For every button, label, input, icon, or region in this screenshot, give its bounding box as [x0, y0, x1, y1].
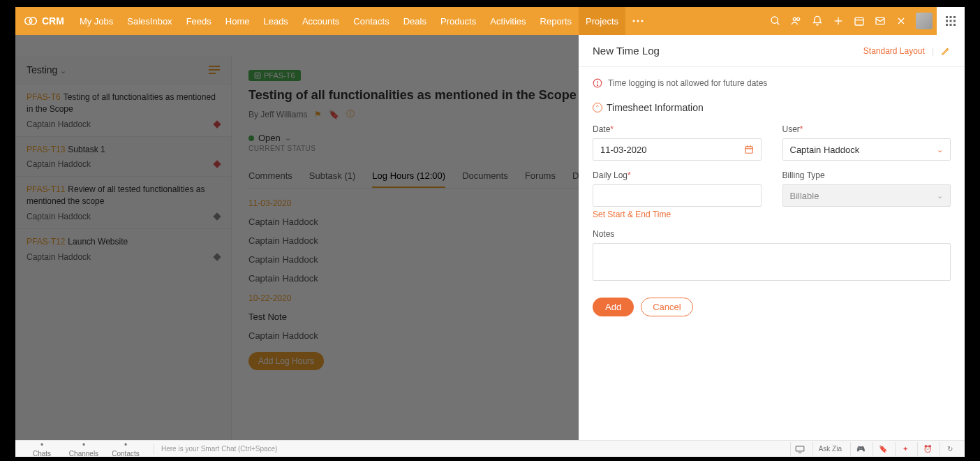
tab-forums[interactable]: Forums — [525, 165, 556, 188]
daily-log-input[interactable] — [593, 184, 762, 207]
tab-log[interactable]: Log Hours (12:00) — [372, 165, 445, 188]
nav-deals[interactable]: Deals — [396, 7, 433, 35]
billing-type-select[interactable]: Billable ⌄ — [782, 184, 951, 207]
sidebar-header[interactable]: Testing ⌄ — [15, 56, 231, 84]
set-time-link[interactable]: Set Start & End Time — [593, 210, 762, 219]
nav-more[interactable] — [625, 20, 651, 22]
brand: CRM — [15, 14, 73, 28]
nav-leads[interactable]: Leads — [256, 7, 295, 35]
brand-text: CRM — [42, 15, 64, 27]
svg-rect-15 — [950, 16, 952, 18]
svg-point-3 — [637, 20, 639, 22]
task-chip: PFAS-T6 — [248, 70, 301, 81]
people-icon[interactable] — [786, 7, 807, 35]
svg-rect-34 — [796, 446, 804, 451]
task-item[interactable]: PFAS-T6Testing of all functionalities as… — [15, 84, 231, 136]
footer-channels[interactable]: •Channels — [63, 440, 105, 458]
add-log-hours-button[interactable]: Add Log Hours — [248, 352, 324, 370]
section-head[interactable]: ⌃ Timesheet Information — [593, 102, 951, 113]
ask-zia[interactable]: Ask Zia — [812, 442, 847, 456]
task-item[interactable]: PFAS-T11Review of all tested functionali… — [15, 176, 231, 228]
info-icon[interactable]: ⓘ — [346, 108, 355, 120]
add-button[interactable]: Add — [593, 298, 634, 316]
smart-chat-hint: Here is your Smart Chat (Ctrl+Space) — [161, 445, 277, 453]
nav-products[interactable]: Products — [433, 7, 483, 35]
svg-point-29 — [597, 85, 597, 85]
footer: •Chats•Channels•Contacts Here is your Sm… — [15, 440, 965, 457]
nav-salesinbox[interactable]: SalesInbox — [120, 7, 179, 35]
apps-grid-icon[interactable] — [937, 7, 965, 35]
alert-text: Time logging is not allowed for future d… — [608, 78, 767, 88]
nav: My JobsSalesInboxFeedsHomeLeadsAccountsC… — [73, 7, 625, 35]
status-dot-icon — [248, 136, 254, 141]
tab-comments[interactable]: Comments — [248, 165, 292, 188]
nav-my-jobs[interactable]: My Jobs — [73, 7, 120, 35]
svg-rect-21 — [950, 24, 952, 26]
chevron-down-icon: ⌄ — [285, 133, 291, 142]
nav-projects[interactable]: Projects — [579, 7, 625, 35]
notes-textarea[interactable] — [593, 243, 951, 281]
nav-contacts[interactable]: Contacts — [346, 7, 396, 35]
edit-icon[interactable] — [941, 46, 951, 56]
nav-feeds[interactable]: Feeds — [179, 7, 218, 35]
date-input[interactable]: 11-03-2020 — [593, 138, 762, 161]
footer-contacts[interactable]: •Contacts — [105, 440, 147, 458]
tab-documents[interactable]: Documents — [462, 165, 508, 188]
nav-accounts[interactable]: Accounts — [295, 7, 346, 35]
bell-icon[interactable] — [807, 7, 828, 35]
body: Testing ⌄ PFAS-T6Testing of all function… — [15, 35, 965, 440]
svg-point-5 — [771, 17, 778, 23]
chevron-down-icon: ⌄ — [60, 66, 66, 75]
plus-icon[interactable] — [828, 7, 849, 35]
calendar-icon[interactable] — [849, 7, 870, 35]
sidebar: Testing ⌄ PFAS-T6Testing of all function… — [15, 56, 232, 440]
alert: Time logging is not allowed for future d… — [593, 78, 951, 88]
standard-layout-link[interactable]: Standard Layout — [863, 46, 925, 56]
clock-icon[interactable]: ⏰ — [917, 442, 937, 456]
chevron-down-icon: ⌄ — [937, 191, 943, 200]
svg-point-2 — [633, 20, 635, 22]
puzzle-icon[interactable]: ✦ — [895, 442, 914, 456]
alert-icon — [593, 78, 602, 88]
mail-icon[interactable] — [870, 7, 891, 35]
svg-point-1 — [29, 17, 36, 24]
gamepad-icon[interactable]: 🎮 — [850, 442, 870, 456]
panel-body: Time logging is not allowed for future d… — [579, 67, 965, 440]
flag-icon[interactable]: ⚑ — [314, 110, 322, 119]
calendar-icon[interactable] — [744, 145, 754, 154]
user-label: User* — [782, 124, 951, 134]
bookmark-icon[interactable]: 🔖 — [329, 110, 339, 119]
task-item[interactable]: PFAS-T13Subtask 1 Captain Haddock — [15, 136, 231, 177]
search-icon[interactable] — [765, 7, 786, 35]
sidebar-menu-icon[interactable] — [209, 66, 220, 74]
user-value: Captain Haddock — [790, 145, 860, 155]
tools-icon[interactable] — [891, 7, 912, 35]
sidebar-title: Testing — [27, 64, 57, 75]
nav-reports[interactable]: Reports — [533, 7, 579, 35]
tab-subtask[interactable]: Subtask (1) — [309, 165, 355, 188]
topbar: CRM My JobsSalesInboxFeedsHomeLeadsAccou… — [15, 7, 965, 35]
svg-rect-22 — [953, 24, 956, 26]
date-label: Date* — [593, 124, 762, 134]
topbar-right — [765, 7, 965, 35]
nav-home[interactable]: Home — [218, 7, 257, 35]
svg-point-4 — [641, 20, 644, 22]
footer-chats[interactable]: •Chats — [21, 440, 63, 458]
svg-rect-20 — [946, 24, 948, 26]
task-item[interactable]: PFAS-T12Launch Website Captain Haddock — [15, 228, 231, 269]
billing-type-value: Billable — [790, 191, 819, 201]
avatar[interactable] — [916, 13, 933, 29]
history-icon[interactable]: ↻ — [940, 442, 959, 456]
status-text: Open — [258, 133, 281, 143]
cancel-button[interactable]: Cancel — [641, 298, 692, 316]
svg-point-7 — [793, 17, 796, 20]
svg-rect-30 — [745, 147, 752, 153]
nav-activities[interactable]: Activities — [483, 7, 533, 35]
svg-rect-14 — [946, 16, 948, 18]
daily-log-label: Daily Log* — [593, 170, 762, 180]
svg-line-6 — [777, 22, 779, 24]
task-list: PFAS-T6Testing of all functionalities as… — [15, 84, 231, 440]
screen-icon[interactable] — [790, 442, 810, 456]
bookmark-icon[interactable]: 🔖 — [873, 442, 892, 456]
user-select[interactable]: Captain Haddock ⌄ — [782, 138, 951, 161]
